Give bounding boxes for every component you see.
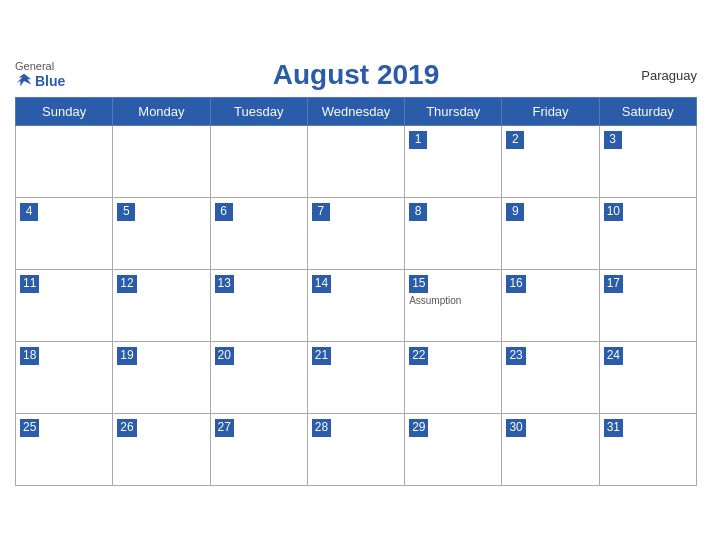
holiday-label: Assumption	[409, 295, 497, 306]
calendar-cell: 11	[16, 270, 113, 342]
calendar-cell: 16	[502, 270, 599, 342]
calendar-container: General Blue August 2019 Paraguay Sunday…	[0, 49, 712, 501]
brand-blue-text: Blue	[15, 72, 65, 90]
day-number: 23	[506, 347, 525, 365]
calendar-cell: 13	[210, 270, 307, 342]
brand-general-text: General	[15, 60, 54, 72]
calendar-cell	[307, 126, 404, 198]
day-number: 4	[20, 203, 38, 221]
weekday-header-saturday: Saturday	[599, 98, 696, 126]
brand-bird-icon	[15, 72, 33, 90]
week-row-2: 45678910	[16, 198, 697, 270]
day-number: 1	[409, 131, 427, 149]
day-number: 3	[604, 131, 622, 149]
calendar-cell: 5	[113, 198, 210, 270]
calendar-cell: 14	[307, 270, 404, 342]
weekday-header-tuesday: Tuesday	[210, 98, 307, 126]
day-number: 20	[215, 347, 234, 365]
calendar-cell: 25	[16, 414, 113, 486]
calendar-cell: 22	[405, 342, 502, 414]
calendar-cell: 26	[113, 414, 210, 486]
day-number: 31	[604, 419, 623, 437]
calendar-cell	[16, 126, 113, 198]
calendar-cell: 28	[307, 414, 404, 486]
week-row-5: 25262728293031	[16, 414, 697, 486]
day-number: 15	[409, 275, 428, 293]
calendar-table: SundayMondayTuesdayWednesdayThursdayFrid…	[15, 97, 697, 486]
day-number: 22	[409, 347, 428, 365]
calendar-cell: 1	[405, 126, 502, 198]
calendar-cell: 24	[599, 342, 696, 414]
day-number: 29	[409, 419, 428, 437]
weekday-header-thursday: Thursday	[405, 98, 502, 126]
calendar-cell: 7	[307, 198, 404, 270]
calendar-cell: 31	[599, 414, 696, 486]
day-number: 25	[20, 419, 39, 437]
calendar-cell: 4	[16, 198, 113, 270]
day-number: 30	[506, 419, 525, 437]
day-number: 2	[506, 131, 524, 149]
day-number: 10	[604, 203, 623, 221]
day-number: 6	[215, 203, 233, 221]
calendar-cell: 2	[502, 126, 599, 198]
day-number: 5	[117, 203, 135, 221]
calendar-cell: 18	[16, 342, 113, 414]
day-number: 12	[117, 275, 136, 293]
calendar-cell	[113, 126, 210, 198]
country-label: Paraguay	[641, 68, 697, 83]
day-number: 11	[20, 275, 39, 293]
svg-marker-0	[17, 74, 31, 87]
calendar-cell	[210, 126, 307, 198]
calendar-cell: 6	[210, 198, 307, 270]
calendar-cell: 27	[210, 414, 307, 486]
day-number: 21	[312, 347, 331, 365]
day-number: 7	[312, 203, 330, 221]
weekday-header-wednesday: Wednesday	[307, 98, 404, 126]
calendar-header: General Blue August 2019 Paraguay	[15, 59, 697, 91]
week-row-4: 18192021222324	[16, 342, 697, 414]
day-number: 13	[215, 275, 234, 293]
weekday-header-monday: Monday	[113, 98, 210, 126]
day-number: 9	[506, 203, 524, 221]
calendar-cell: 20	[210, 342, 307, 414]
week-row-1: 123	[16, 126, 697, 198]
day-number: 17	[604, 275, 623, 293]
day-number: 14	[312, 275, 331, 293]
day-number: 16	[506, 275, 525, 293]
calendar-cell: 23	[502, 342, 599, 414]
calendar-cell: 17	[599, 270, 696, 342]
calendar-cell: 12	[113, 270, 210, 342]
brand-logo: General Blue	[15, 60, 65, 90]
day-number: 18	[20, 347, 39, 365]
calendar-cell: 21	[307, 342, 404, 414]
week-row-3: 1112131415Assumption1617	[16, 270, 697, 342]
calendar-cell: 30	[502, 414, 599, 486]
calendar-title: August 2019	[15, 59, 697, 91]
calendar-cell: 9	[502, 198, 599, 270]
calendar-cell: 29	[405, 414, 502, 486]
weekday-header-sunday: Sunday	[16, 98, 113, 126]
calendar-cell: 15Assumption	[405, 270, 502, 342]
weekday-header-row: SundayMondayTuesdayWednesdayThursdayFrid…	[16, 98, 697, 126]
day-number: 24	[604, 347, 623, 365]
day-number: 8	[409, 203, 427, 221]
day-number: 28	[312, 419, 331, 437]
day-number: 19	[117, 347, 136, 365]
day-number: 27	[215, 419, 234, 437]
day-number: 26	[117, 419, 136, 437]
calendar-cell: 10	[599, 198, 696, 270]
calendar-cell: 19	[113, 342, 210, 414]
weekday-header-friday: Friday	[502, 98, 599, 126]
calendar-cell: 3	[599, 126, 696, 198]
calendar-cell: 8	[405, 198, 502, 270]
